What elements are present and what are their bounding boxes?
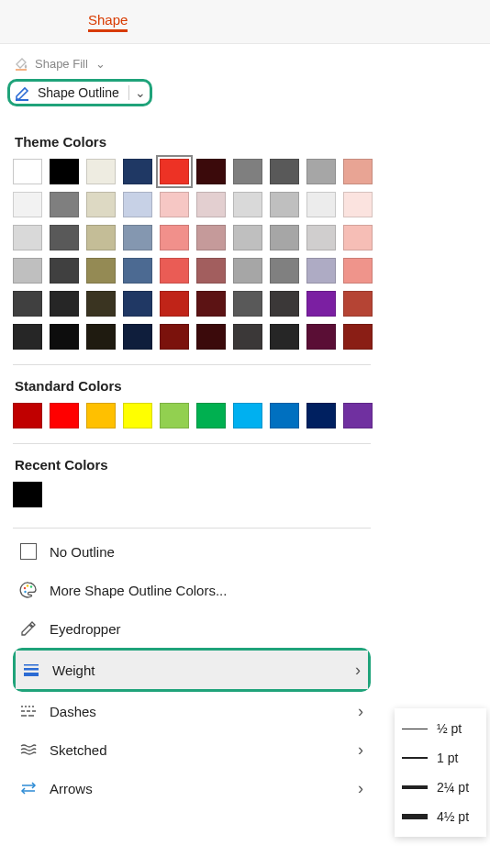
recent-color-swatch[interactable] bbox=[13, 482, 42, 507]
theme-color-swatch[interactable] bbox=[86, 324, 116, 350]
standard-color-swatch[interactable] bbox=[270, 403, 299, 428]
svg-rect-0 bbox=[16, 69, 27, 71]
weight-line-preview bbox=[402, 785, 428, 789]
theme-color-swatch[interactable] bbox=[13, 291, 42, 317]
standard-color-swatch[interactable] bbox=[123, 403, 152, 428]
theme-color-swatch[interactable] bbox=[306, 192, 336, 217]
theme-color-swatch[interactable] bbox=[50, 159, 79, 184]
theme-color-swatch[interactable] bbox=[13, 324, 42, 350]
standard-color-swatch[interactable] bbox=[50, 403, 79, 428]
theme-color-swatch[interactable] bbox=[160, 192, 189, 217]
theme-color-swatch[interactable] bbox=[306, 159, 336, 184]
theme-color-swatch[interactable] bbox=[196, 192, 226, 217]
shape-outline-button[interactable]: Shape Outline ⌄ bbox=[14, 83, 146, 102]
recent-colors-heading: Recent Colors bbox=[15, 457, 371, 473]
theme-color-swatch[interactable] bbox=[306, 225, 336, 250]
theme-color-swatch[interactable] bbox=[123, 159, 152, 184]
theme-color-swatch[interactable] bbox=[86, 291, 116, 317]
dashes-item[interactable]: Dashes › bbox=[13, 692, 371, 730]
theme-color-swatch[interactable] bbox=[270, 225, 299, 250]
weight-option[interactable]: 1 pt bbox=[398, 743, 483, 773]
theme-color-swatch[interactable] bbox=[13, 225, 42, 250]
weight-option[interactable]: 2¼ pt bbox=[398, 773, 483, 802]
theme-color-swatch[interactable] bbox=[50, 324, 79, 350]
theme-color-swatch[interactable] bbox=[196, 159, 226, 184]
theme-color-swatch[interactable] bbox=[50, 192, 79, 217]
theme-color-swatch[interactable] bbox=[233, 258, 262, 284]
theme-color-swatch[interactable] bbox=[196, 324, 226, 350]
theme-color-swatch[interactable] bbox=[160, 159, 189, 184]
theme-color-swatch[interactable] bbox=[123, 225, 152, 250]
theme-color-swatch[interactable] bbox=[270, 258, 299, 284]
theme-color-swatch[interactable] bbox=[343, 291, 373, 317]
theme-color-swatch[interactable] bbox=[270, 192, 299, 217]
svg-rect-8 bbox=[24, 673, 39, 676]
standard-color-swatch[interactable] bbox=[160, 403, 189, 428]
chevron-right-icon: › bbox=[355, 661, 361, 680]
sketched-item[interactable]: Sketched › bbox=[13, 730, 371, 769]
theme-color-swatch[interactable] bbox=[123, 258, 152, 284]
theme-color-swatch[interactable] bbox=[86, 159, 116, 184]
standard-color-swatch[interactable] bbox=[343, 403, 373, 428]
theme-color-swatch[interactable] bbox=[233, 225, 262, 250]
standard-color-swatch[interactable] bbox=[306, 403, 336, 428]
theme-color-swatch[interactable] bbox=[160, 258, 189, 284]
theme-color-swatch[interactable] bbox=[50, 291, 79, 317]
eyedropper-item[interactable]: Eyedropper bbox=[13, 609, 371, 648]
standard-colors-heading: Standard Colors bbox=[15, 378, 371, 394]
dashes-label: Dashes bbox=[50, 704, 96, 719]
theme-color-swatch[interactable] bbox=[160, 291, 189, 317]
theme-color-swatch[interactable] bbox=[86, 258, 116, 284]
theme-color-swatch[interactable] bbox=[233, 324, 262, 350]
standard-color-swatch[interactable] bbox=[196, 403, 226, 428]
theme-color-swatch[interactable] bbox=[306, 324, 336, 350]
weight-option[interactable]: 4½ pt bbox=[398, 802, 483, 831]
shape-fill-button[interactable]: Shape Fill ⌄ bbox=[7, 51, 483, 75]
theme-color-swatch[interactable] bbox=[160, 225, 189, 250]
theme-color-swatch[interactable] bbox=[50, 225, 79, 250]
theme-color-swatch[interactable] bbox=[343, 159, 373, 184]
theme-color-swatch[interactable] bbox=[233, 159, 262, 184]
tab-shape[interactable]: Shape bbox=[88, 12, 128, 32]
chevron-down-icon[interactable]: ⌄ bbox=[128, 85, 146, 100]
theme-color-swatch[interactable] bbox=[86, 225, 116, 250]
theme-color-swatch[interactable] bbox=[123, 324, 152, 350]
theme-color-swatch[interactable] bbox=[160, 324, 189, 350]
theme-color-swatch[interactable] bbox=[306, 258, 336, 284]
theme-color-swatch[interactable] bbox=[270, 291, 299, 317]
theme-color-swatch[interactable] bbox=[13, 192, 42, 217]
theme-color-swatch[interactable] bbox=[343, 225, 373, 250]
shape-outline-label: Shape Outline bbox=[38, 85, 119, 100]
theme-color-swatch[interactable] bbox=[50, 258, 79, 284]
divider bbox=[13, 364, 371, 365]
theme-color-swatch[interactable] bbox=[123, 192, 152, 217]
theme-color-swatch[interactable] bbox=[196, 291, 226, 317]
no-outline-item[interactable]: No Outline bbox=[13, 532, 371, 571]
theme-colors-heading: Theme Colors bbox=[15, 134, 371, 150]
standard-color-swatch[interactable] bbox=[86, 403, 116, 428]
theme-color-swatch[interactable] bbox=[343, 258, 373, 284]
theme-color-swatch[interactable] bbox=[13, 258, 42, 284]
more-colors-item[interactable]: More Shape Outline Colors... bbox=[13, 571, 371, 609]
arrows-item[interactable]: Arrows › bbox=[13, 769, 371, 807]
theme-color-swatch[interactable] bbox=[13, 159, 42, 184]
theme-color-swatch[interactable] bbox=[270, 159, 299, 184]
theme-color-swatch[interactable] bbox=[196, 225, 226, 250]
theme-color-swatch[interactable] bbox=[123, 291, 152, 317]
theme-color-swatch[interactable] bbox=[306, 291, 336, 317]
theme-color-swatch[interactable] bbox=[343, 324, 373, 350]
dashes-icon bbox=[18, 701, 39, 721]
standard-color-swatch[interactable] bbox=[13, 403, 42, 428]
theme-color-swatch[interactable] bbox=[233, 192, 262, 217]
theme-color-swatch[interactable] bbox=[343, 192, 373, 217]
shape-outline-highlight: Shape Outline ⌄ bbox=[7, 79, 152, 106]
no-outline-icon bbox=[18, 541, 39, 562]
weight-line-preview bbox=[402, 814, 428, 819]
standard-color-swatch[interactable] bbox=[233, 403, 262, 428]
weight-option[interactable]: ½ pt bbox=[398, 714, 483, 743]
theme-color-swatch[interactable] bbox=[86, 192, 116, 217]
theme-color-swatch[interactable] bbox=[196, 258, 226, 284]
theme-color-swatch[interactable] bbox=[233, 291, 262, 317]
theme-color-swatch[interactable] bbox=[270, 324, 299, 350]
weight-item[interactable]: Weight › bbox=[16, 651, 368, 689]
